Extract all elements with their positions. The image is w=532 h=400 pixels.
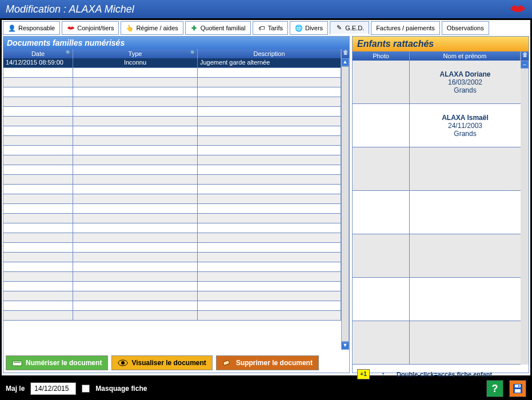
col-name[interactable]: Nom et prénom <box>410 51 521 61</box>
table-row[interactable] <box>3 272 341 282</box>
table-row[interactable] <box>3 262 341 272</box>
cell-description: Jugement garde alternée <box>198 58 341 67</box>
documents-table-header: Date🔍 Type🔍 Description <box>3 49 341 58</box>
table-row[interactable] <box>3 97 341 107</box>
child-name: ALAXA Ismaël <box>442 114 489 122</box>
tab-regime[interactable]: 👆Régime / aides <box>121 21 183 35</box>
trash-icon[interactable]: 🗑 <box>521 51 529 61</box>
table-row[interactable] <box>3 175 341 185</box>
table-row[interactable] <box>3 146 341 155</box>
maj-date-input[interactable] <box>30 382 76 395</box>
table-row[interactable] <box>3 214 341 223</box>
mask-checkbox[interactable] <box>82 385 90 393</box>
table-row[interactable] <box>3 204 341 214</box>
child-info: ALAXA Ismaël 24/11/2003 Grands <box>410 104 521 147</box>
tab-ged[interactable]: ✎G.E.D. <box>330 21 369 35</box>
table-row[interactable] <box>3 87 341 97</box>
table-row[interactable] <box>3 136 341 146</box>
maj-label: Maj le <box>6 385 25 393</box>
table-row[interactable] <box>3 291 341 301</box>
table-row[interactable]: 14/12/2015 08:59:00 Inconnu Jugement gar… <box>3 58 341 68</box>
trash-icon[interactable]: 🗑 <box>341 49 349 58</box>
col-type[interactable]: Type🔍 <box>73 49 198 58</box>
tab-quotient[interactable]: ✚Quotient familial <box>185 21 251 35</box>
tab-responsable[interactable]: 👤Responsable <box>3 21 60 35</box>
inner-panel: 👤Responsable Conjoint/tiers 👆Régime / ai… <box>2 20 530 375</box>
button-label: Visualiser le document <box>131 359 206 367</box>
child-row[interactable]: ALAXA Doriane 16/03/2002 Grands <box>353 61 521 104</box>
col-photo[interactable]: Photo <box>353 51 410 61</box>
documents-title: Documents familles numérisés <box>3 37 349 49</box>
tab-observations[interactable]: Observations <box>442 21 489 35</box>
child-row[interactable] <box>353 147 521 191</box>
table-row[interactable] <box>3 126 341 136</box>
table-row[interactable] <box>3 117 341 126</box>
collapse-icon[interactable]: − <box>521 61 529 69</box>
save-button[interactable] <box>509 380 526 397</box>
table-row[interactable] <box>3 233 341 243</box>
tab-label: Observations <box>447 25 484 31</box>
table-row[interactable] <box>3 194 341 204</box>
documents-table-body[interactable]: 14/12/2015 08:59:00 Inconnu Jugement gar… <box>3 58 341 350</box>
child-date: 16/03/2002 <box>448 78 482 86</box>
tab-factures[interactable]: Factures / paiements <box>371 21 440 35</box>
scrollbar[interactable]: ▲ ▼ <box>341 58 349 350</box>
arrow-up-icon: ↑ <box>381 370 385 379</box>
plus-icon: ✚ <box>190 24 198 32</box>
lips-icon <box>509 3 526 16</box>
table-row[interactable] <box>3 155 341 165</box>
delete-button[interactable]: Supprimer le document <box>216 355 319 370</box>
children-table-body: ALAXA Doriane 16/03/2002 Grands ALAXA Is… <box>353 61 529 365</box>
cell-type: Inconnu <box>73 58 198 67</box>
table-row[interactable] <box>3 282 341 291</box>
tab-label: Tarifs <box>268 25 283 31</box>
add-child-button[interactable]: +1 <box>357 369 370 379</box>
button-label: Supprimer le document <box>236 359 313 367</box>
table-row[interactable] <box>3 223 341 233</box>
lips-icon <box>67 24 75 32</box>
main-columns: Documents familles numérisés Date🔍 Type🔍… <box>3 36 529 373</box>
table-row[interactable] <box>3 311 341 321</box>
sort-icon: 🔍 <box>190 50 196 55</box>
col-description[interactable]: Description <box>198 49 341 58</box>
table-row[interactable] <box>3 78 341 87</box>
table-row[interactable] <box>3 301 341 311</box>
child-row[interactable] <box>353 191 521 234</box>
child-group: Grands <box>454 86 476 94</box>
children-table-header: Photo Nom et prénom <box>353 51 521 61</box>
tab-tarifs[interactable]: 🏷Tarifs <box>253 21 288 35</box>
scroll-down-icon[interactable]: ▼ <box>341 342 349 350</box>
tab-divers[interactable]: 🌐Divers <box>290 21 328 35</box>
help-button[interactable]: ? <box>486 380 503 397</box>
svg-rect-0 <box>13 361 22 366</box>
table-row[interactable] <box>3 185 341 194</box>
view-button[interactable]: Visualiser le document <box>111 355 213 370</box>
hand-icon: 👆 <box>126 24 134 32</box>
table-row[interactable] <box>3 253 341 262</box>
documents-table-wrap: Date🔍 Type🔍 Description 🗑 14/12/2015 08:… <box>3 49 349 350</box>
button-label: Numériser le document <box>26 359 102 367</box>
child-photo <box>353 104 410 147</box>
table-row[interactable] <box>3 68 341 78</box>
children-title: Enfants rattachés <box>353 37 529 51</box>
child-photo <box>353 61 410 103</box>
table-row[interactable] <box>3 107 341 117</box>
children-panel: Enfants rattachés Photo Nom et prénom 🗑 … <box>352 36 529 373</box>
documents-panel: Documents familles numérisés Date🔍 Type🔍… <box>3 36 350 373</box>
scan-button[interactable]: Numériser le document <box>6 355 108 370</box>
eye-icon <box>118 359 128 367</box>
child-row[interactable] <box>353 321 521 365</box>
titlebar: Modification : ALAXA Michel <box>0 0 532 18</box>
tab-conjoint[interactable]: Conjoint/tiers <box>62 21 119 35</box>
child-row[interactable]: ALAXA Ismaël 24/11/2003 Grands <box>353 104 521 147</box>
scroll-track[interactable] <box>341 66 349 342</box>
table-row[interactable] <box>3 243 341 253</box>
table-row[interactable] <box>3 165 341 175</box>
tab-label: Divers <box>305 25 323 31</box>
children-scrollbar[interactable]: − <box>521 61 529 365</box>
scroll-up-icon[interactable]: ▲ <box>341 58 349 66</box>
svg-point-3 <box>121 361 125 365</box>
child-row[interactable] <box>353 278 521 321</box>
col-date[interactable]: Date🔍 <box>3 49 73 58</box>
child-row[interactable] <box>353 234 521 278</box>
